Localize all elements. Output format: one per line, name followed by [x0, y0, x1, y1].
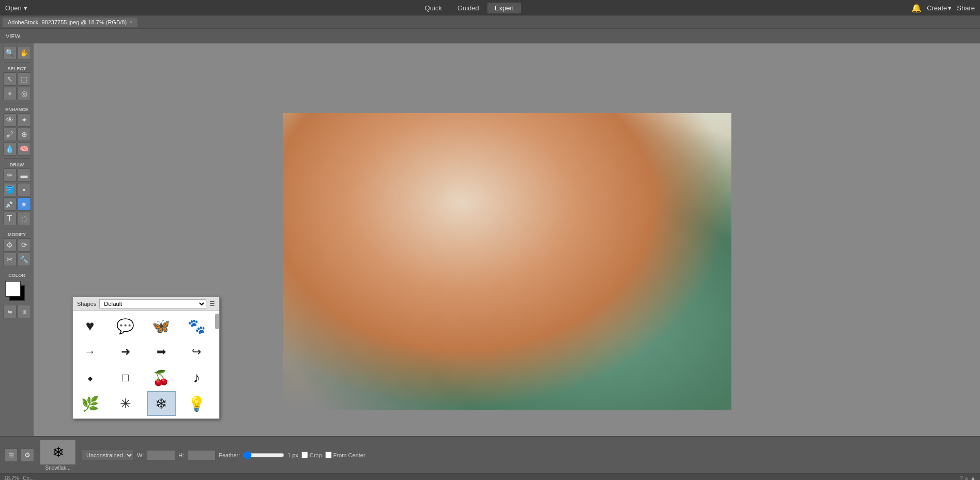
- brush-tool[interactable]: 🖋: [3, 128, 17, 141]
- draw-row-3: 💉 ★: [3, 197, 31, 211]
- shapes-dropdown[interactable]: Default: [99, 299, 206, 308]
- help-icon[interactable]: ?: [960, 475, 963, 480]
- top-bar-left: Open ▾: [5, 4, 27, 12]
- redeye-removal-tool[interactable]: 🔧: [18, 253, 31, 266]
- open-dropdown-icon: ▾: [24, 4, 27, 12]
- blur-tool[interactable]: ◌: [18, 212, 31, 225]
- shape-square[interactable]: □: [111, 365, 140, 390]
- document-tab[interactable]: AdobeStock_98237755.jpeg @ 18.7% (RGB/8)…: [3, 18, 137, 27]
- tab-label: AdobeStock_98237755.jpeg @ 18.7% (RGB/8): [8, 19, 127, 25]
- tab-close-icon[interactable]: ×: [129, 19, 132, 25]
- shapes-popup: Shapes Default ☰ ♥ 💬 🦋 🐾 → ➜ ➡ ↪ ⬥ □: [72, 297, 220, 419]
- portrait-background: [283, 113, 731, 410]
- nav-quick[interactable]: Quick: [418, 3, 449, 13]
- divider-2: [4, 103, 30, 103]
- marquee-tool[interactable]: ⬚: [18, 72, 31, 86]
- select-row-1: ↖ ⬚: [3, 72, 31, 86]
- from-center-checkbox[interactable]: [325, 452, 332, 458]
- shape-preview-box: ❄: [40, 439, 76, 465]
- shape-paw[interactable]: 🐾: [182, 314, 211, 338]
- nav-expert[interactable]: Expert: [487, 3, 522, 13]
- current-shape-name: Snowflak...: [45, 465, 71, 471]
- color-status: Co...: [23, 475, 34, 481]
- shape-preview-area: ❄ Snowflak...: [37, 439, 79, 471]
- shape-heart[interactable]: ♥: [75, 314, 104, 338]
- shape-lightbulb[interactable]: 💡: [182, 391, 211, 416]
- top-bar: Open ▾ Quick Guided Expert 🔔 Create ▾ Sh…: [0, 0, 980, 16]
- bottom-tool-2[interactable]: ⚙: [21, 448, 34, 462]
- draw-row-4: T ◌: [3, 212, 31, 225]
- left-panel: 🔍 ✋ SELECT ↖ ⬚ ⌖ ◎ ENHANCE 👁 ✦ 🖋 ⊕ 💧 🧠: [0, 43, 34, 480]
- shape-asterisk[interactable]: ✳: [111, 391, 140, 416]
- shape-arrow-medium[interactable]: ➜: [111, 339, 140, 364]
- text-tool[interactable]: T: [3, 212, 17, 225]
- notification-bell-icon[interactable]: 🔔: [911, 3, 922, 13]
- shape-pin[interactable]: ⬥: [75, 365, 104, 390]
- view-label[interactable]: VIEW: [3, 32, 23, 40]
- divider-4: [4, 228, 30, 228]
- create-button[interactable]: Create ▾: [927, 4, 952, 12]
- draw-row-2: 🪣 ▪: [3, 183, 31, 196]
- smudge-tool[interactable]: 🧠: [18, 142, 31, 156]
- feather-slider[interactable]: [243, 451, 284, 459]
- gradient-tool[interactable]: ▪: [18, 183, 31, 196]
- default-colors-icon[interactable]: ⊞: [18, 305, 31, 318]
- crop-tool[interactable]: ⟳: [18, 238, 31, 252]
- lasso-tool[interactable]: ⌖: [3, 87, 17, 100]
- slice-tool[interactable]: ✂: [3, 253, 17, 266]
- create-dropdown-icon: ▾: [948, 4, 952, 12]
- share-button[interactable]: Share: [957, 4, 975, 12]
- current-shape-icon: ❄: [52, 444, 64, 461]
- shape-speech-bubble[interactable]: 💬: [111, 314, 140, 338]
- shape-music-note[interactable]: ♪: [182, 365, 211, 390]
- enhance-section-label: ENHANCE: [0, 107, 34, 112]
- open-label: Open: [5, 4, 22, 12]
- dodge-tool[interactable]: 💧: [3, 142, 17, 156]
- bottom-tool-1[interactable]: ⊞: [4, 448, 18, 462]
- stamp-tool[interactable]: ⊕: [18, 128, 31, 141]
- zoom-tool[interactable]: 🔍: [3, 46, 17, 59]
- shape-arrow-thin[interactable]: →: [75, 339, 104, 364]
- open-button[interactable]: Open ▾: [5, 4, 27, 12]
- swap-colors-icon[interactable]: ⇆: [3, 305, 17, 318]
- crop-checkbox[interactable]: [301, 452, 308, 458]
- pencil-tool[interactable]: ✏: [3, 168, 17, 182]
- eraser-tool[interactable]: ▬: [18, 168, 31, 182]
- from-center-checkbox-label[interactable]: From Center: [325, 452, 365, 458]
- custom-shape-tool[interactable]: ★: [18, 197, 31, 211]
- red-eye-tool[interactable]: 👁: [3, 113, 17, 127]
- height-input[interactable]: [187, 450, 216, 460]
- shapes-panel-label: Shapes: [77, 301, 96, 307]
- shapes-scrollbar[interactable]: [215, 314, 219, 329]
- shape-grass[interactable]: 🌿: [75, 391, 104, 416]
- status-bar: 18.7% Co... ? ≡ ▲: [0, 474, 980, 480]
- settings-icon[interactable]: ≡: [965, 475, 968, 480]
- transform-tool[interactable]: ⚙: [3, 238, 17, 252]
- width-input[interactable]: [147, 450, 175, 460]
- main-layout: 🔍 ✋ SELECT ↖ ⬚ ⌖ ◎ ENHANCE 👁 ✦ 🖋 ⊕ 💧 🧠: [0, 43, 980, 480]
- magic-lasso-tool[interactable]: ◎: [18, 87, 31, 100]
- shape-snowflake[interactable]: ❄: [147, 391, 176, 416]
- feather-label: Feather:: [219, 452, 240, 458]
- move-tool[interactable]: ↖: [3, 72, 17, 86]
- foreground-color-swatch[interactable]: [5, 281, 21, 297]
- crop-checkbox-label[interactable]: Crop: [301, 452, 322, 458]
- constraint-dropdown[interactable]: Unconstrained Fixed Size Proportional: [82, 450, 134, 461]
- expand-icon[interactable]: ▲: [970, 475, 976, 480]
- nav-bar: Quick Guided Expert: [418, 3, 522, 13]
- color-picker-tool[interactable]: 💉: [3, 197, 17, 211]
- shape-cherries[interactable]: 🍒: [147, 365, 176, 390]
- canvas-area: Shapes Default ☰ ♥ 💬 🦋 🐾 → ➜ ➡ ↪ ⬥ □: [34, 43, 980, 480]
- create-label: Create: [927, 4, 947, 12]
- shape-arrow-bold[interactable]: ➡: [147, 339, 176, 364]
- hand-tool[interactable]: ✋: [18, 46, 31, 59]
- shapes-menu-icon[interactable]: ☰: [209, 300, 215, 307]
- shape-arrow-curve[interactable]: ↪: [182, 339, 211, 364]
- fill-tool[interactable]: 🪣: [3, 183, 17, 196]
- divider-3: [4, 158, 30, 159]
- shape-butterfly[interactable]: 🦋: [147, 314, 176, 338]
- view-toolbar: VIEW: [0, 29, 980, 43]
- nav-guided[interactable]: Guided: [450, 3, 486, 13]
- divider-5: [4, 269, 30, 269]
- spot-heal-tool[interactable]: ✦: [18, 113, 31, 127]
